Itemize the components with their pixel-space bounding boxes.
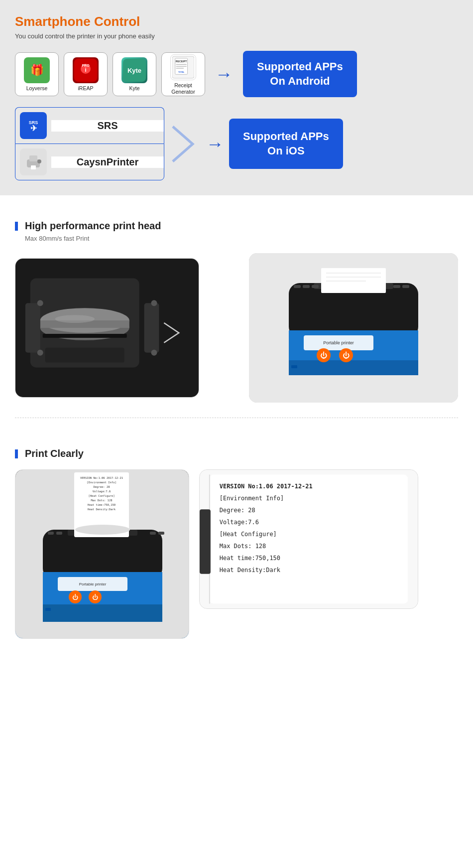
- print-head-subtitle: Max 80mm/s fast Print: [15, 235, 458, 242]
- svg-text:🎁: 🎁: [30, 63, 44, 77]
- print-clearly-images: Portable printer ⏻ ⏻ VERSION No:1.06 201…: [15, 469, 458, 639]
- print-clearly-receipt-image: VERSION No:1.06 2017-12-21 [Environment …: [199, 469, 418, 609]
- svg-text:Max Dots: 128: Max Dots: 128: [91, 499, 112, 502]
- svg-point-34: [37, 350, 43, 356]
- caysnprinter-icon: [20, 148, 47, 175]
- svg-point-32: [37, 300, 43, 306]
- svg-rect-40: [321, 268, 386, 293]
- ios-chevron: [170, 124, 195, 164]
- svg-text:RECEIPT: RECEIPT: [176, 60, 188, 63]
- svg-text:[Environment Info]: [Environment Info]: [87, 481, 117, 484]
- svg-rect-71: [56, 532, 62, 535]
- svg-rect-57: [402, 285, 409, 288]
- svg-point-30: [55, 315, 95, 323]
- svg-rect-94: [200, 509, 211, 574]
- svg-text:Portable printer: Portable printer: [323, 340, 354, 345]
- svg-point-83: [75, 525, 130, 535]
- receipt-label: ReceiptGenerator: [171, 82, 195, 95]
- print-clearly-printer-image: Portable printer ⏻ ⏻ VERSION No:1.06 201…: [15, 469, 189, 639]
- svg-rect-72: [150, 532, 156, 535]
- svg-text:⏻: ⏻: [343, 351, 350, 359]
- svg-text:Heat Density:Dark: Heat Density:Dark: [88, 508, 116, 511]
- srs-icon-box: SRS ✈: [15, 108, 51, 144]
- svg-rect-45: [289, 360, 418, 375]
- svg-rect-52: [291, 365, 297, 368]
- svg-text:⏻: ⏻: [320, 351, 327, 359]
- svg-rect-70: [48, 532, 54, 535]
- srs-icon: SRS ✈: [20, 112, 47, 139]
- svg-rect-61: [43, 604, 162, 622]
- kyte-app-box: Kyte Kyte: [113, 52, 156, 96]
- svg-text:Heat time:750,150: Heat time:750,150: [88, 503, 116, 506]
- print-head-section: High performance print head Max 80mm/s f…: [0, 195, 473, 448]
- srs-app-item: SRS ✈ SRS: [15, 107, 164, 144]
- svg-rect-85: [210, 475, 408, 604]
- svg-text:Voltage:7.6: Voltage:7.6: [220, 519, 259, 526]
- ios-row: SRS ✈ SRS: [15, 107, 458, 180]
- svg-text:Voltage:7.6: Voltage:7.6: [93, 490, 111, 493]
- svg-text:⏻: ⏻: [72, 594, 78, 601]
- print-clearly-title: Print Clearly: [15, 448, 458, 459]
- print-head-printer-image: Portable printer ⏻ ⏻: [249, 253, 458, 403]
- ios-supported-badge: Supported APPsOn iOS: [229, 119, 343, 169]
- svg-text:Max Dots: 128: Max Dots: 128: [220, 543, 266, 550]
- svg-point-21: [37, 159, 41, 163]
- caysnprinter-icon-box: [15, 144, 51, 180]
- receipt-icon: RECEIPT TOTAL: [170, 54, 196, 80]
- svg-rect-22: [31, 165, 36, 169]
- svg-rect-36: [43, 334, 127, 338]
- svg-rect-31: [45, 348, 124, 363]
- android-supported-badge: Supported APPsOn Android: [243, 51, 357, 97]
- svg-rect-20: [29, 155, 37, 161]
- bullet-icon-2: [15, 449, 18, 458]
- loyverse-label: Loyverse: [26, 85, 48, 92]
- svg-rect-56: [393, 285, 400, 288]
- bullet-icon: [15, 222, 18, 231]
- svg-text:Heat Density:Dark: Heat Density:Dark: [220, 567, 280, 574]
- svg-text:✈: ✈: [30, 124, 37, 133]
- svg-text:[Environment Info]: [Environment Info]: [220, 495, 284, 502]
- ireap-label: iREAP: [78, 85, 94, 92]
- svg-text:i: i: [85, 67, 86, 73]
- print-head-closeup-image: [15, 258, 199, 398]
- ireap-app-box: PRO i iREAP: [64, 52, 108, 96]
- srs-app-name: SRS: [51, 120, 164, 132]
- svg-rect-29: [144, 303, 159, 352]
- svg-text:Heat time:750,150: Heat time:750,150: [220, 555, 280, 562]
- svg-point-35: [151, 350, 157, 356]
- svg-text:Portable printer: Portable printer: [79, 582, 107, 586]
- svg-text:TOTAL: TOTAL: [178, 71, 185, 73]
- svg-text:VERSION No:1.06 2017-12-21: VERSION No:1.06 2017-12-21: [220, 483, 313, 490]
- ios-arrow: →: [206, 134, 224, 154]
- section-separator: [15, 418, 458, 418]
- caysnprinter-app-name: CaysnPrinter: [51, 156, 164, 168]
- smartphone-section: Smartphone Control You could control the…: [0, 0, 473, 195]
- receipt-app-box: RECEIPT TOTAL ReceiptGenerator: [161, 52, 205, 96]
- svg-rect-55: [312, 285, 319, 288]
- print-images-row: Portable printer ⏻ ⏻: [15, 253, 458, 403]
- svg-rect-68: [45, 608, 51, 611]
- print-head-title: High performance print head: [15, 220, 458, 232]
- smartphone-title: Smartphone Control: [15, 14, 458, 29]
- smartphone-subtitle: You could control the printer in your ph…: [15, 32, 458, 40]
- svg-point-33: [151, 300, 157, 306]
- kyte-label: Kyte: [129, 85, 139, 92]
- svg-text:[Heat Configure]: [Heat Configure]: [220, 531, 277, 538]
- android-arrow: →: [215, 64, 233, 85]
- caysnprinter-app-item: CaysnPrinter: [15, 144, 164, 180]
- print-clearly-section: Print Clearly Portable printer ⏻ ⏻: [0, 448, 473, 659]
- loyverse-icon: 🎁: [24, 57, 50, 83]
- svg-rect-73: [158, 532, 164, 535]
- ireap-icon: PRO i: [73, 57, 99, 83]
- ios-apps-list: SRS ✈ SRS: [15, 107, 164, 180]
- svg-text:Degree: 28: Degree: 28: [93, 485, 110, 489]
- svg-text:VERSION No:1.06 2017-12-21: VERSION No:1.06 2017-12-21: [80, 476, 123, 479]
- svg-text:⏻: ⏻: [92, 594, 98, 601]
- android-row: 🎁 Loyverse PRO i iREAP Kyte: [15, 51, 458, 97]
- svg-rect-53: [294, 285, 301, 288]
- svg-rect-28: [25, 303, 40, 352]
- svg-rect-54: [303, 285, 310, 288]
- kyte-icon: Kyte: [121, 57, 147, 83]
- loyverse-app-box: 🎁 Loyverse: [15, 52, 59, 96]
- svg-text:Kyte: Kyte: [127, 67, 141, 74]
